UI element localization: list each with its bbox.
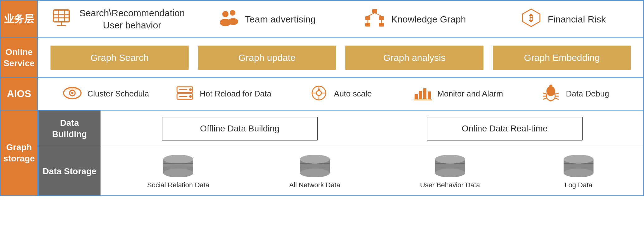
- biz-item-team: Team advertising: [199, 8, 335, 30]
- team-icon: [218, 8, 239, 30]
- online-service-row: Online Service Graph Search Graph update…: [1, 38, 643, 78]
- svg-line-51: [543, 98, 546, 99]
- db-userbehavior: User Behavior Data: [420, 154, 480, 189]
- svg-rect-43: [428, 91, 431, 99]
- svg-line-52: [555, 98, 559, 99]
- svg-point-69: [300, 155, 330, 164]
- aios-content: Cluster Schedula Hot Reload for Data: [38, 78, 643, 110]
- cart-icon: [50, 8, 72, 30]
- svg-rect-13: [365, 16, 370, 20]
- svg-point-80: [564, 169, 594, 177]
- svg-rect-14: [379, 16, 384, 20]
- aios-debug-text: Data Debug: [566, 89, 609, 99]
- svg-point-74: [435, 169, 465, 177]
- svg-line-18: [375, 13, 382, 16]
- aios-cluster-text: Cluster Schedula: [87, 89, 149, 99]
- aios-monitor-text: Monitor and Alarm: [437, 89, 503, 99]
- svg-point-29: [189, 88, 192, 91]
- svg-point-11: [228, 18, 238, 25]
- graph-embedding-btn[interactable]: Graph Embedding: [493, 46, 631, 70]
- network-label: All Network Data: [289, 181, 340, 189]
- bitcoin-icon: ₿: [520, 8, 542, 30]
- storage-inner: Data Building Offline Data Building Onli…: [38, 111, 643, 195]
- data-storage-content: Social Relation Data All Network Data: [101, 147, 643, 195]
- svg-rect-0: [54, 10, 69, 22]
- svg-rect-42: [423, 88, 426, 99]
- svg-text:₿: ₿: [529, 13, 533, 23]
- aios-hotreload: Hot Reload for Data: [168, 85, 279, 103]
- data-storage-label: Data Storage: [39, 147, 101, 195]
- network-icon: [364, 8, 386, 30]
- online-content: Graph Search Graph update Graph analysis…: [38, 38, 643, 77]
- bar-icon: [413, 85, 432, 103]
- svg-point-8: [222, 11, 228, 17]
- data-building-subrow: Data Building Offline Data Building Onli…: [39, 111, 643, 147]
- network2-icon: [310, 85, 328, 103]
- biz-content: Search\Recommendation User behavior Team…: [38, 1, 643, 37]
- data-storage-subrow: Data Storage: [39, 147, 643, 195]
- main-diagram: 业务层 Search\Recommendation U: [0, 0, 644, 196]
- online-building-box: Online Data Real-time: [427, 117, 583, 140]
- biz-item-search: Search\Recommendation User behavior: [50, 7, 186, 31]
- svg-point-30: [189, 95, 192, 98]
- svg-point-34: [316, 91, 321, 96]
- svg-point-25: [71, 92, 74, 94]
- aios-autoscale: Auto scale: [285, 85, 396, 103]
- svg-line-49: [543, 93, 546, 94]
- db-social: Social Relation Data: [147, 154, 209, 189]
- aios-row: AIOS Cluster Schedula: [1, 78, 643, 111]
- db-network: All Network Data: [289, 154, 340, 189]
- business-row: 业务层 Search\Recommendation U: [1, 1, 643, 38]
- biz-text-search: Search\Recommendation User behavior: [78, 7, 186, 31]
- graph-search-btn[interactable]: Graph Search: [50, 46, 189, 70]
- biz-text-team: Team advertising: [245, 13, 316, 25]
- biz-text-finance: Financial Risk: [548, 13, 606, 25]
- aios-label: AIOS: [1, 78, 38, 110]
- server-icon: [175, 85, 194, 103]
- svg-point-75: [435, 155, 465, 164]
- db-log: Log Data: [560, 154, 597, 189]
- log-label: Log Data: [565, 181, 592, 189]
- svg-point-9: [230, 10, 235, 16]
- storage-row: Graph storage Data Building Offline Data…: [1, 111, 643, 195]
- svg-point-54: [549, 85, 552, 88]
- svg-line-50: [555, 93, 559, 94]
- svg-line-17: [368, 13, 375, 16]
- graph-update-btn[interactable]: Graph update: [198, 46, 336, 70]
- biz-text-knowledge: Knowledge Graph: [391, 13, 466, 25]
- svg-point-63: [163, 169, 193, 177]
- graph-analysis-btn[interactable]: Graph analysis: [345, 46, 483, 70]
- eye-icon: [63, 85, 82, 103]
- bug-icon: [541, 84, 560, 104]
- svg-rect-16: [379, 23, 384, 27]
- data-building-content: Offline Data Building Online Data Real-t…: [101, 111, 643, 147]
- data-building-label: Data Building: [39, 111, 101, 147]
- aios-cluster: Cluster Schedula: [50, 85, 161, 103]
- social-label: Social Relation Data: [147, 181, 209, 189]
- storage-label: Graph storage: [1, 111, 38, 195]
- userbehavior-label: User Behavior Data: [420, 181, 480, 189]
- svg-point-81: [564, 155, 594, 164]
- aios-debug: Data Debug: [520, 84, 631, 104]
- svg-rect-15: [365, 23, 370, 27]
- biz-item-knowledge: Knowledge Graph: [347, 8, 483, 30]
- aios-hotreload-text: Hot Reload for Data: [200, 89, 272, 99]
- offline-building-box: Offline Data Building: [162, 117, 318, 140]
- svg-point-68: [300, 169, 330, 177]
- svg-marker-39: [318, 88, 320, 90]
- aios-autoscale-text: Auto scale: [334, 89, 372, 99]
- online-label: Online Service: [1, 38, 38, 77]
- svg-rect-40: [415, 94, 418, 99]
- biz-item-finance: ₿ Financial Risk: [495, 8, 631, 30]
- svg-point-60: [163, 155, 193, 164]
- biz-label: 业务层: [1, 1, 38, 37]
- aios-monitor: Monitor and Alarm: [402, 85, 513, 103]
- svg-rect-12: [372, 9, 377, 13]
- svg-rect-41: [419, 91, 422, 99]
